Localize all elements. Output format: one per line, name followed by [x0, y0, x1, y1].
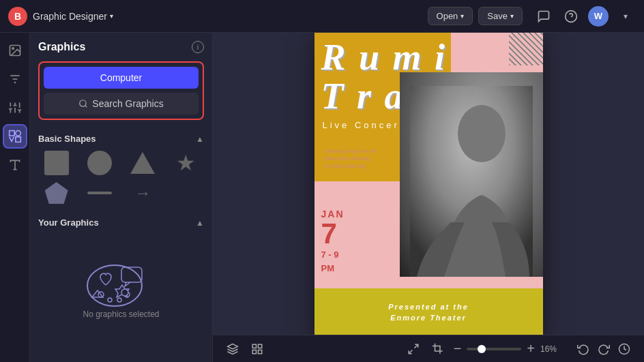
svg-rect-33: [252, 344, 256, 348]
person-silhouette: [410, 86, 533, 277]
svg-point-29: [121, 289, 128, 296]
svg-line-22: [85, 106, 87, 108]
zoom-slider[interactable]: [467, 348, 521, 350]
svg-rect-17: [15, 137, 20, 142]
shape-line[interactable]: [81, 182, 117, 204]
your-graphics-title: Your Graphics: [38, 217, 99, 228]
save-button[interactable]: Save ▾: [478, 7, 523, 25]
user-avatar[interactable]: W: [588, 6, 609, 27]
search-icon: [78, 99, 88, 108]
panel-title: Graphics: [38, 41, 85, 53]
zoom-controls: − + 16%: [454, 341, 562, 357]
poster-small-text: Featuring songs from her debut album All…: [324, 147, 379, 170]
poster-photo-figure: [400, 72, 543, 277]
shape-square[interactable]: [38, 151, 74, 175]
sidebar-item-adjustments[interactable]: [3, 95, 27, 120]
chat-icon[interactable]: [533, 6, 554, 27]
canvas-area: R u m i T r a n Live Concert: [213, 33, 644, 362]
computer-button[interactable]: Computer: [44, 67, 199, 89]
svg-marker-32: [228, 344, 238, 349]
expand-icon: [407, 343, 420, 355]
no-graphics-text: No graphics selected: [83, 310, 159, 319]
zoom-out-button[interactable]: −: [454, 341, 462, 357]
poster-date-block: JAN 7 7 - 9PM: [321, 209, 345, 275]
svg-point-26: [108, 298, 112, 302]
canvas-workspace[interactable]: R u m i T r a n Live Concert: [213, 33, 644, 335]
account-chevron-icon[interactable]: ▾: [615, 6, 636, 27]
icon-sidebar: [0, 33, 30, 362]
your-graphics-chevron[interactable]: ▲: [196, 218, 204, 228]
open-chevron-icon: ▾: [460, 12, 464, 20]
layers-icon: [226, 343, 239, 355]
search-graphics-button[interactable]: Search Graphics: [44, 93, 199, 115]
svg-point-31: [458, 105, 506, 162]
undo-icon: [577, 343, 589, 355]
history-buttons: [574, 340, 633, 358]
poster-day: 7: [321, 220, 345, 248]
no-graphics-illustration: [77, 248, 166, 310]
bottom-bar: − + 16%: [213, 335, 644, 362]
redo-button[interactable]: [595, 340, 613, 358]
poster-title-line1: R u m i: [321, 38, 448, 77]
svg-point-18: [15, 131, 20, 136]
undo-button[interactable]: [574, 340, 592, 358]
app-name-dropdown[interactable]: Graphic Designer ▾: [33, 11, 113, 22]
zoom-in-button[interactable]: +: [527, 341, 535, 357]
info-icon[interactable]: i: [192, 41, 204, 53]
crop-icon: [432, 343, 444, 355]
shapes-grid: ★ →: [38, 151, 204, 204]
svg-rect-35: [252, 350, 256, 353]
your-graphics-section-header: Your Graphics ▲: [38, 217, 204, 228]
shape-pentagon[interactable]: [38, 182, 74, 204]
poster-design: R u m i T r a n Live Concert: [314, 33, 543, 335]
zoom-percent: 16%: [540, 344, 562, 354]
your-graphics-placeholder: No graphics selected: [38, 235, 204, 326]
sidebar-item-images[interactable]: [3, 38, 27, 63]
basic-shapes-section-header: Basic Shapes ▲: [38, 134, 204, 144]
history-icon: [618, 343, 630, 355]
save-chevron-icon: ▾: [510, 12, 514, 20]
poster-photo: [400, 72, 543, 277]
poster-time: 7 - 9PM: [321, 248, 345, 275]
help-icon[interactable]: [561, 6, 581, 27]
sidebar-item-filters[interactable]: [3, 67, 27, 91]
poster-subtitle: Live Concert: [323, 120, 405, 130]
poster-dots: [509, 33, 543, 65]
svg-line-38: [409, 350, 412, 353]
graphics-upload-box: Computer Search Graphics: [38, 61, 204, 120]
history-button[interactable]: [615, 340, 633, 358]
expand-button[interactable]: [405, 340, 422, 358]
shape-star[interactable]: ★: [168, 151, 204, 175]
shape-circle[interactable]: [81, 151, 117, 175]
left-panel: Graphics i Computer Search Graphics Basi…: [30, 33, 213, 362]
crop-button[interactable]: [429, 340, 447, 358]
sidebar-item-shapes[interactable]: [3, 124, 27, 149]
redo-icon: [598, 343, 610, 355]
grid-button[interactable]: [248, 340, 266, 358]
svg-point-3: [12, 48, 13, 50]
zoom-slider-thumb: [478, 345, 486, 353]
main-area: Graphics i Computer Search Graphics Basi…: [0, 33, 644, 362]
app-name-label: Graphic Designer: [33, 11, 107, 22]
poster-bottom-text: Presented at theEnmore Theater: [388, 301, 469, 324]
svg-rect-34: [259, 344, 262, 348]
topbar-actions: W ▾: [533, 6, 636, 27]
svg-point-23: [87, 265, 142, 306]
svg-rect-16: [9, 131, 14, 136]
sidebar-item-text[interactable]: [3, 153, 27, 177]
svg-point-27: [117, 298, 121, 302]
shape-triangle[interactable]: [125, 151, 161, 175]
topbar: B Graphic Designer ▾ Open ▾ Save ▾ W ▾: [0, 0, 644, 33]
basic-shapes-title: Basic Shapes: [38, 134, 96, 144]
svg-point-21: [80, 100, 86, 106]
shape-arrow[interactable]: →: [125, 182, 161, 204]
basic-shapes-chevron[interactable]: ▲: [196, 134, 204, 144]
layers-button[interactable]: [224, 340, 241, 358]
open-button[interactable]: Open ▾: [428, 7, 473, 25]
svg-line-37: [414, 344, 418, 348]
app-name-chevron: ▾: [110, 12, 113, 20]
poster-bottom-band: Presented at theEnmore Theater: [314, 288, 543, 335]
app-logo[interactable]: B: [8, 7, 27, 26]
grid-icon: [251, 343, 263, 355]
svg-rect-36: [259, 350, 262, 353]
